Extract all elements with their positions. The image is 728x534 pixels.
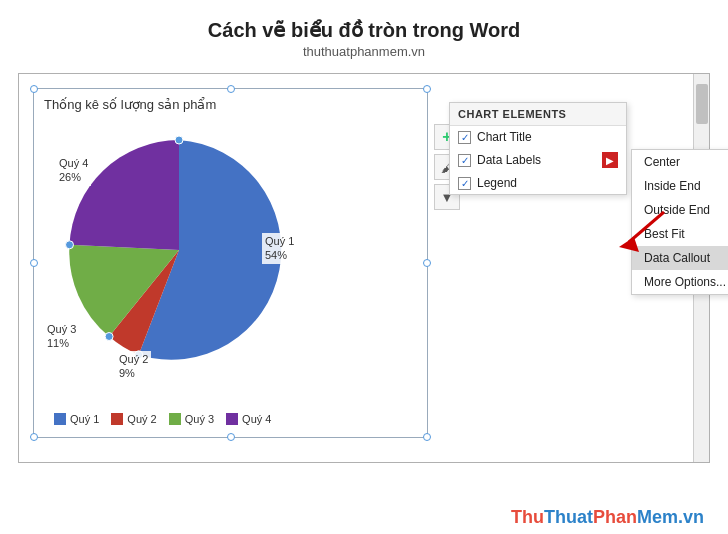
page-title: Cách vẽ biểu đồ tròn trong Word — [0, 18, 728, 42]
legend-color-quy1 — [54, 413, 66, 425]
legend-color-quy4 — [226, 413, 238, 425]
svg-line-0 — [629, 212, 664, 242]
pie-area: Quý 154% Quý 29% Quý 311% Quý 426% — [44, 125, 324, 385]
svg-marker-1 — [619, 237, 639, 252]
legend-quy1: Quý 1 — [54, 413, 99, 425]
handle-tr[interactable] — [423, 85, 431, 93]
legend-label-quy3: Quý 3 — [185, 413, 214, 425]
handle-bl[interactable] — [30, 433, 38, 441]
submenu-item-more-options[interactable]: More Options... — [632, 270, 728, 294]
chart-title: Thống kê số lượng sản phẩm — [34, 89, 427, 116]
submenu-item-center[interactable]: Center — [632, 150, 728, 174]
legend-quy2: Quý 2 — [111, 413, 156, 425]
legend-quy3: Quý 3 — [169, 413, 214, 425]
panel-item-legend[interactable]: ✓ Legend — [450, 172, 626, 194]
panel-item-data-labels[interactable]: ✓ Data Labels ▶ — [450, 148, 626, 172]
legend-label-quy4: Quý 4 — [242, 413, 271, 425]
legend-color-quy2 — [111, 413, 123, 425]
data-labels-label: Data Labels — [477, 153, 541, 167]
red-arrow — [609, 202, 679, 262]
legend-quy4: Quý 4 — [226, 413, 271, 425]
label-quy1: Quý 154% — [262, 233, 297, 264]
check-chart-title[interactable]: ✓ — [458, 131, 471, 144]
dot4 — [66, 241, 74, 249]
label-quy4: Quý 426% — [56, 155, 91, 186]
data-labels-arrow[interactable]: ▶ — [602, 152, 618, 168]
chart-elements-panel: CHART ELEMENTS ✓ Chart Title ✓ Data Labe… — [449, 102, 627, 195]
page-subtitle: thuthuatphanmem.vn — [0, 44, 728, 59]
scrollbar-thumb[interactable] — [696, 84, 708, 124]
handle-br[interactable] — [423, 433, 431, 441]
panel-item-chart-title[interactable]: ✓ Chart Title — [450, 126, 626, 148]
check-legend[interactable]: ✓ — [458, 177, 471, 190]
brand-vn: .vn — [678, 507, 704, 527]
dot1 — [175, 136, 183, 144]
page-header: Cách vẽ biểu đồ tròn trong Word thuthuat… — [0, 0, 728, 63]
legend-label-quy2: Quý 2 — [127, 413, 156, 425]
label-quy2: Quý 29% — [116, 351, 151, 382]
brand-thu: Thu — [511, 507, 544, 527]
brand-phan: Phan — [593, 507, 637, 527]
label-quy3: Quý 311% — [44, 321, 79, 352]
submenu-item-inside-end[interactable]: Inside End — [632, 174, 728, 198]
handle-tl[interactable] — [30, 85, 38, 93]
handle-tc[interactable] — [227, 85, 235, 93]
footer-brand: ThuThuatPhanMem.vn — [511, 507, 704, 528]
check-data-labels[interactable]: ✓ — [458, 154, 471, 167]
chart-title-label: Chart Title — [477, 130, 532, 144]
handle-mr[interactable] — [423, 259, 431, 267]
panel-header: CHART ELEMENTS — [450, 103, 626, 126]
brand-thuat: Thuat — [544, 507, 593, 527]
legend-area: Quý 1 Quý 2 Quý 3 Quý 4 — [54, 413, 271, 425]
handle-bc[interactable] — [227, 433, 235, 441]
handle-ml[interactable] — [30, 259, 38, 267]
legend-color-quy3 — [169, 413, 181, 425]
dot3 — [105, 333, 113, 341]
brand-mem: Mem — [637, 507, 678, 527]
chart-container[interactable]: Thống kê số lượng sản phẩm — [33, 88, 428, 438]
legend-label-quy1: Quý 1 — [70, 413, 99, 425]
word-area: Thống kê số lượng sản phẩm — [18, 73, 710, 463]
legend-label: Legend — [477, 176, 517, 190]
